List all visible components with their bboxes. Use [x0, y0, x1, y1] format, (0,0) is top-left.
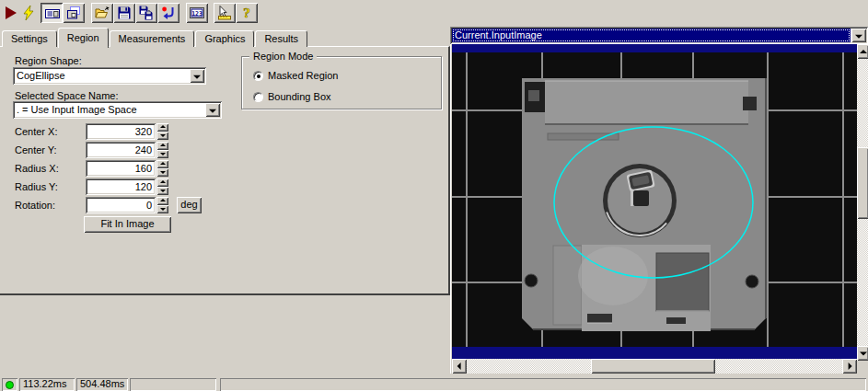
image-selector-combo[interactable]: Current.InputImage: [450, 27, 868, 44]
input-image[interactable]: [452, 44, 857, 359]
open-file-button[interactable]: [91, 3, 113, 23]
center-x-label: Center X:: [15, 126, 57, 137]
vertical-scrollbar[interactable]: [857, 44, 868, 361]
vision-tool-edit-window: 123 ? Settings Region Measurements Graph…: [0, 0, 868, 391]
region-shape-value: CogEllipse: [17, 70, 188, 81]
rotation-label: Rotation:: [15, 200, 55, 211]
radius-y-label: Radius Y:: [15, 181, 58, 192]
space-name-label: Selected Space Name:: [15, 90, 119, 101]
tab-measurements[interactable]: Measurements: [110, 30, 195, 47]
radio-icon: [253, 71, 263, 81]
show-values-button[interactable]: 123: [186, 3, 208, 23]
arrow-left-icon: [457, 362, 461, 370]
region-mode-title: Region Mode: [249, 51, 317, 62]
scroll-up-button[interactable]: [857, 44, 868, 59]
chevron-down-icon: [855, 34, 862, 38]
scroll-left-button[interactable]: [452, 359, 467, 374]
fit-in-image-button[interactable]: Fit In Image: [84, 216, 171, 233]
spin-down-button[interactable]: [156, 168, 168, 177]
help-button[interactable]: ?: [236, 3, 258, 23]
region-shape-dropdown-button[interactable]: [190, 69, 204, 83]
show-image-display-button[interactable]: [41, 3, 63, 23]
tab-region[interactable]: Region: [58, 28, 109, 48]
chevron-down-icon: [209, 109, 216, 112]
scrollbar-corner: [857, 361, 868, 374]
spin-down-button[interactable]: [156, 205, 168, 213]
region-shape-label: Region Shape:: [15, 55, 82, 66]
status-bar: 113.22ms 504.48ms: [0, 377, 868, 391]
spin-up-button[interactable]: [156, 178, 168, 187]
vertical-scroll-thumb[interactable]: [857, 147, 868, 219]
chevron-up-icon: [160, 125, 166, 128]
horizontal-scroll-thumb[interactable]: [591, 359, 715, 374]
chevron-down-icon: [160, 153, 166, 155]
chevron-down-icon: [160, 208, 166, 211]
radius-x-field[interactable]: [86, 160, 156, 177]
total-time-panel: 504.48ms: [76, 378, 128, 391]
electric-run-button[interactable]: [18, 3, 39, 23]
arrow-up-icon: [860, 50, 867, 53]
float-image-display-button[interactable]: [63, 3, 85, 23]
image-display[interactable]: [450, 44, 868, 374]
save-floppy-icon: [117, 6, 132, 20]
horizontal-scrollbar[interactable]: [452, 359, 857, 374]
rotation-field[interactable]: [86, 197, 156, 213]
space-name-value: . = Use Input Image Space: [17, 104, 203, 115]
chevron-up-icon: [160, 162, 166, 165]
status-indicator-panel: [2, 378, 17, 391]
spin-up-button[interactable]: [156, 123, 168, 132]
arrow-down-icon: [860, 352, 867, 356]
svg-text:123: 123: [191, 10, 203, 17]
arrow-right-icon: [849, 362, 852, 370]
tab-settings[interactable]: Settings: [2, 30, 57, 47]
spin-up-button[interactable]: [156, 142, 168, 150]
space-name-combo[interactable]: . = Use Input Image Space: [13, 101, 222, 119]
chevron-up-icon: [160, 199, 166, 201]
execution-time-panel: 113.22ms: [19, 378, 75, 391]
tab-results[interactable]: Results: [255, 30, 307, 47]
save-button[interactable]: [113, 3, 135, 23]
save-image-icon: [139, 6, 154, 20]
pointer-ruler-icon: [217, 6, 232, 20]
save-image-button[interactable]: [135, 3, 157, 23]
chevron-up-icon: [160, 180, 166, 183]
open-folder-icon: [95, 6, 110, 20]
tab-strip: Settings Region Measurements Graphics Re…: [2, 27, 308, 47]
rotation-stepper[interactable]: [156, 197, 168, 213]
center-y-field[interactable]: [86, 142, 156, 158]
tab-graphics[interactable]: Graphics: [195, 30, 254, 47]
space-name-dropdown-button[interactable]: [205, 103, 220, 117]
radius-y-field[interactable]: [86, 178, 156, 195]
reset-button[interactable]: [157, 3, 179, 23]
spin-up-button[interactable]: [156, 197, 168, 205]
image-selector-value: Current.InputImage: [452, 29, 851, 42]
region-shape-combo[interactable]: CogEllipse: [13, 67, 206, 85]
deg-units-button[interactable]: deg: [177, 197, 202, 213]
spin-up-button[interactable]: [156, 160, 168, 168]
floppy-disk: [522, 78, 766, 331]
spin-down-button[interactable]: [156, 132, 168, 140]
scroll-down-button[interactable]: [857, 346, 868, 361]
help-icon: ?: [239, 6, 254, 20]
run-icon: [4, 6, 18, 20]
masked-region-radio[interactable]: Masked Region: [253, 70, 338, 81]
status-panel-empty-2: [220, 378, 866, 391]
center-x-field[interactable]: [86, 123, 156, 140]
scroll-right-button[interactable]: [842, 359, 857, 374]
chevron-down-icon: [193, 75, 201, 78]
radius-x-stepper[interactable]: [156, 160, 168, 177]
center-x-stepper[interactable]: [156, 123, 168, 140]
float-display-icon: [66, 6, 81, 20]
numbers-icon: 123: [190, 6, 204, 20]
position-tool-button[interactable]: [214, 3, 236, 23]
spin-down-button[interactable]: [156, 187, 168, 195]
center-y-stepper[interactable]: [156, 142, 168, 158]
chevron-up-icon: [160, 144, 166, 146]
spin-down-button[interactable]: [156, 150, 168, 158]
chevron-down-icon: [160, 134, 166, 137]
region-tab-page: Region Shape: CogEllipse Selected Space …: [0, 46, 450, 295]
bounding-box-radio[interactable]: Bounding Box: [253, 91, 331, 102]
image-selector-dropdown-button[interactable]: [851, 29, 866, 42]
radius-y-stepper[interactable]: [156, 178, 168, 195]
radio-icon: [253, 92, 263, 102]
